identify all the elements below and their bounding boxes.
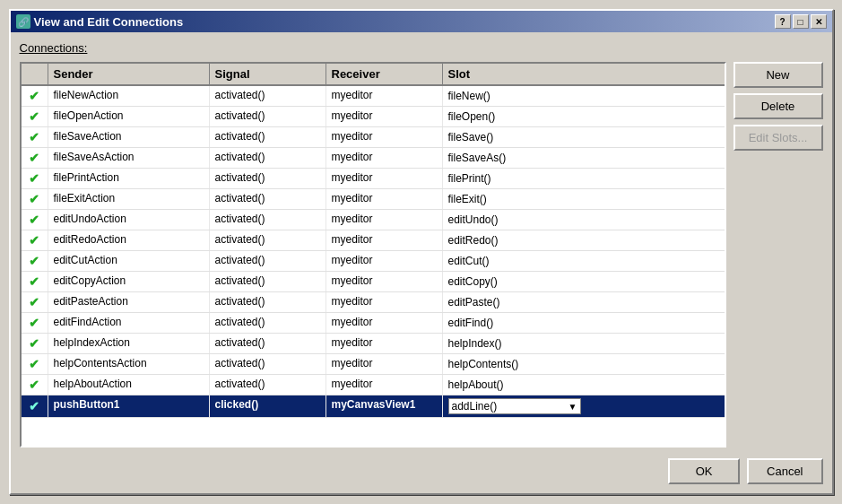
checkmark-icon: ✔ (29, 357, 39, 371)
signal-cell: activated() (210, 210, 326, 230)
table-row[interactable]: ✔editUndoActionactivated()myeditoreditUn… (22, 210, 725, 230)
slot-cell: fileNew() (443, 86, 586, 106)
window-title: View and Edit Connections (34, 15, 184, 29)
checkmark-icon: ✔ (29, 213, 39, 227)
signal-cell: activated() (210, 375, 326, 395)
receiver-cell: myeditor (326, 292, 443, 312)
receiver-cell: myeditor (326, 148, 443, 168)
side-buttons: New Delete Edit Slots... (733, 62, 823, 448)
checkmark-icon: ✔ (29, 295, 39, 309)
table-row[interactable]: ✔helpIndexActionactivated()myeditorhelpI… (22, 334, 725, 354)
check-cell: ✔ (22, 395, 48, 417)
checkmark-icon: ✔ (29, 336, 39, 351)
receiver-cell: myeditor (326, 251, 443, 271)
check-cell: ✔ (22, 375, 48, 395)
check-cell: ✔ (22, 313, 48, 333)
checkmark-icon: ✔ (29, 130, 39, 144)
checkmark-icon: ✔ (29, 151, 39, 165)
title-bar-left: 🔗 View and Edit Connections (16, 14, 184, 29)
slot-dropdown[interactable]: addLine()▼ (448, 398, 581, 414)
receiver-cell: myeditor (326, 272, 443, 291)
table-row[interactable]: ✔fileExitActionactivated()myeditorfileEx… (22, 189, 725, 210)
table-row[interactable]: ✔editRedoActionactivated()myeditoreditRe… (22, 230, 725, 251)
receiver-cell: myeditor (326, 313, 443, 333)
table-row[interactable]: ✔editPasteActionactivated()myeditoreditP… (22, 292, 725, 313)
slot-cell: editRedo() (443, 230, 586, 250)
table-row[interactable]: ✔filePrintActionactivated()myeditorfileP… (22, 169, 725, 189)
table-row[interactable]: ✔helpContentsActionactivated()myeditorhe… (22, 354, 725, 375)
signal-cell: activated() (210, 107, 326, 126)
signal-cell: clicked() (210, 395, 326, 417)
cancel-button[interactable]: Cancel (747, 458, 822, 484)
receiver-cell: myeditor (326, 86, 443, 106)
main-area: Sender Signal Receiver Slot ✔fileNewActi… (20, 62, 823, 448)
th-check (22, 64, 48, 84)
sender-cell: editPasteAction (48, 292, 210, 312)
table-row[interactable]: ✔fileNewActionactivated()myeditorfileNew… (22, 86, 725, 107)
slot-cell: fileSaveAs() (443, 148, 586, 168)
connections-table: Sender Signal Receiver Slot ✔fileNewActi… (20, 62, 726, 448)
receiver-cell: myeditor (326, 375, 443, 395)
slot-cell: editUndo() (443, 210, 586, 230)
slot-value: addLine() (452, 400, 498, 413)
checkmark-icon: ✔ (29, 378, 39, 392)
check-cell: ✔ (22, 251, 48, 271)
sender-cell: editCutAction (48, 251, 210, 271)
receiver-cell: myeditor (326, 230, 443, 250)
signal-cell: activated() (210, 230, 326, 250)
signal-cell: activated() (210, 127, 326, 147)
signal-cell: activated() (210, 272, 326, 291)
checkmark-icon: ✔ (29, 89, 39, 103)
receiver-cell: myeditor (326, 189, 443, 209)
check-cell: ✔ (22, 292, 48, 312)
edit-slots-button[interactable]: Edit Slots... (733, 125, 823, 151)
title-bar-buttons: ? □ ✕ (775, 14, 827, 29)
checkmark-icon: ✔ (29, 274, 39, 289)
table-row[interactable]: ✔fileOpenActionactivated()myeditorfileOp… (22, 107, 725, 127)
sender-cell: editFindAction (48, 313, 210, 333)
table-row[interactable]: ✔pushButton1clicked()myCanvasView1addLin… (22, 395, 725, 418)
table-row[interactable]: ✔helpAboutActionactivated()myeditorhelpA… (22, 375, 725, 395)
checkmark-icon: ✔ (29, 399, 39, 413)
help-button[interactable]: ? (775, 14, 791, 29)
new-button[interactable]: New (733, 62, 823, 88)
sender-cell: editRedoAction (48, 230, 210, 250)
table-body[interactable]: ✔fileNewActionactivated()myeditorfileNew… (22, 86, 725, 446)
sender-cell: editCopyAction (48, 272, 210, 291)
signal-cell: activated() (210, 148, 326, 168)
maximize-button[interactable]: □ (793, 14, 809, 29)
slot-cell: editCut() (443, 251, 586, 271)
sender-cell: fileOpenAction (48, 107, 210, 126)
table-row[interactable]: ✔fileSaveAsActionactivated()myeditorfile… (22, 148, 725, 169)
checkmark-icon: ✔ (29, 109, 39, 124)
sender-cell: fileSaveAsAction (48, 148, 210, 168)
sender-cell: helpAboutAction (48, 375, 210, 395)
slot-cell: editPaste() (443, 292, 586, 312)
table-row[interactable]: ✔editCutActionactivated()myeditoreditCut… (22, 251, 725, 272)
slot-cell: fileOpen() (443, 107, 586, 126)
delete-button[interactable]: Delete (733, 93, 823, 119)
signal-cell: activated() (210, 354, 326, 374)
signal-cell: activated() (210, 86, 326, 106)
check-cell: ✔ (22, 272, 48, 291)
checkmark-icon: ✔ (29, 316, 39, 330)
th-slot: Slot (443, 64, 586, 84)
table-row[interactable]: ✔editCopyActionactivated()myeditoreditCo… (22, 272, 725, 292)
table-row[interactable]: ✔editFindActionactivated()myeditoreditFi… (22, 313, 725, 334)
sender-cell: pushButton1 (48, 395, 210, 417)
check-cell: ✔ (22, 86, 48, 106)
sender-cell: fileNewAction (48, 86, 210, 106)
close-button[interactable]: ✕ (811, 14, 827, 29)
th-receiver: Receiver (326, 64, 443, 84)
dropdown-arrow-icon: ▼ (569, 402, 577, 412)
ok-button[interactable]: OK (668, 458, 740, 484)
slot-cell: editFind() (443, 313, 586, 333)
slot-cell: helpIndex() (443, 334, 586, 353)
table-row[interactable]: ✔fileSaveActionactivated()myeditorfileSa… (22, 127, 725, 148)
bottom-buttons: OK Cancel (20, 455, 823, 484)
checkmark-icon: ✔ (29, 233, 39, 248)
slot-cell: addLine()▼ (443, 395, 586, 417)
checkmark-icon: ✔ (29, 254, 39, 268)
check-cell: ✔ (22, 210, 48, 230)
title-bar: 🔗 View and Edit Connections ? □ ✕ (11, 11, 832, 32)
